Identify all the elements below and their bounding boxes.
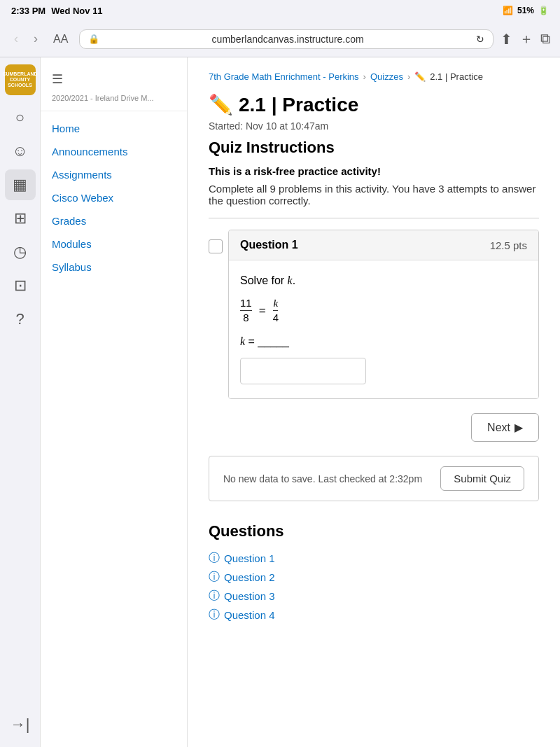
next-btn-row: Next ▶ [209,413,539,442]
battery-icon: 🔋 [538,6,549,15]
solve-text: Solve for k. [240,274,527,287]
url-bar[interactable]: 🔒 cumberlandcanvas.instructure.com ↻ [79,29,493,49]
nav-modules[interactable]: Modules [41,232,187,256]
url-text: cumberlandcanvas.instructure.com [104,34,472,45]
nav-cisco-webex[interactable]: Cisco Webex [41,186,187,209]
tabs-button[interactable]: ⧉ [540,31,550,47]
breadcrumb-course[interactable]: 7th Grade Math Enrichment - Perkins [209,71,359,82]
hamburger-icon[interactable]: ☰ [52,71,63,87]
question-list-label-1: Question 1 [224,552,275,564]
question-list-icon-2: ⓘ [209,570,220,585]
question-card-wrapper: Question 1 12.5 pts Solve for k. 11 8 = [209,230,539,399]
course-title: 2020/2021 - Ireland Drive M... [41,94,187,111]
quiz-bold-note: This is a risk-free practice activity! [209,165,539,177]
reader-label: AA [53,33,68,45]
submit-quiz-button[interactable]: Submit Quiz [440,466,524,491]
question-card: Question 1 12.5 pts Solve for k. 11 8 = [228,230,539,399]
question-header: Question 1 12.5 pts [229,230,538,260]
equals-sign: = [259,304,266,318]
question-list-item-3[interactable]: ⓘ Question 3 [209,587,539,606]
hamburger-row: ☰ [41,67,187,94]
solve-label: Solve for [240,274,284,286]
quiz-description: Complete all 9 problems in this activity… [209,183,539,207]
question-list-label-2: Question 2 [224,571,275,583]
nav-syllabus[interactable]: Syllabus [41,256,187,279]
status-time: 2:33 PM [11,6,46,16]
fraction-right: k 4 [273,297,279,324]
quiz-instructions-heading: Quiz Instructions [209,139,539,157]
nav-icon-calendar[interactable]: ▦ [5,169,36,200]
content-area: 7th Grade Math Enrichment - Perkins › Qu… [188,57,560,747]
fraction-left: 11 8 [240,297,252,324]
save-bar: No new data to save. Last checked at 2:3… [209,456,539,501]
quiz-started: Started: Nov 10 at 10:47am [209,120,539,132]
breadcrumb-section[interactable]: Quizzes [370,71,403,82]
browser-bar: ‹ › AA 🔒 cumberlandcanvas.instructure.co… [0,21,560,57]
nav-icon-help[interactable]: ? [5,304,36,335]
question-body: Solve for k. 11 8 = k 4 [229,260,538,398]
next-button[interactable]: Next ▶ [471,413,539,442]
next-arrow: ▶ [514,421,523,434]
quiz-emoji: ✏️ [209,93,233,116]
reader-button[interactable]: AA [49,32,72,47]
battery-level: 51% [517,6,534,15]
question-title: Question 1 [240,239,298,251]
nav-assignments[interactable]: Assignments [41,163,187,186]
divider [209,218,539,218]
nav-icon-profile[interactable]: ☺ [5,136,36,167]
breadcrumb-sep1: › [363,71,366,82]
new-tab-button[interactable]: ＋ [519,29,533,48]
question-list-icon-1: ⓘ [209,551,220,566]
questions-heading: Questions [209,522,539,540]
numerator-left: 11 [240,297,252,311]
refresh-icon[interactable]: ↻ [476,34,484,45]
denominator-left: 8 [243,311,248,324]
nav-announcements[interactable]: Announcements [41,140,187,163]
answer-input[interactable] [240,358,366,384]
quiz-title: ✏️ 2.1 | Practice [209,93,539,116]
breadcrumb: 7th Grade Math Enrichment - Perkins › Qu… [209,71,539,82]
status-day: Wed Nov 11 [51,6,102,16]
questions-section: Questions ⓘ Question 1 ⓘ Question 2 ⓘ Qu… [209,522,539,645]
nav-icon-clock[interactable]: ◷ [5,237,36,267]
question-pts: 12.5 pts [490,239,527,251]
breadcrumb-current: 2.1 | Practice [430,71,483,82]
question-list-label-4: Question 4 [224,609,275,621]
question-list-icon-3: ⓘ [209,589,220,603]
nav-sidebar: ☰ 2020/2021 - Ireland Drive M... Home An… [41,57,188,747]
status-bar: 2:33 PM Wed Nov 11 📶 51% 🔋 [0,0,560,21]
back-button[interactable]: ‹ [10,30,22,48]
nav-icon-grid[interactable]: ⊞ [5,203,36,234]
question-list-item-2[interactable]: ⓘ Question 2 [209,568,539,587]
fraction-equation: 11 8 = k 4 [240,297,527,324]
lock-icon: 🔒 [88,34,99,44]
question-list-item-1[interactable]: ⓘ Question 1 [209,549,539,568]
denominator-right: 4 [273,311,279,324]
breadcrumb-sep2: › [407,71,410,82]
question-list-item-4[interactable]: ⓘ Question 4 [209,606,539,624]
icon-sidebar: CUMBERLANDCOUNTYSCHOOLS ○ ☺ ▦ ⊞ ◷ ⊡ ? →| [0,57,41,747]
quiz-title-text: 2.1 | Practice [239,94,358,116]
k-blank: k = _____ [240,335,527,348]
nav-grades[interactable]: Grades [41,209,187,232]
forward-button[interactable]: › [29,30,42,48]
save-bar-message: No new data to save. Last checked at 2:3… [223,473,422,484]
question-checkbox[interactable] [209,239,223,253]
numerator-right: k [273,297,278,311]
solve-variable: k [288,274,293,286]
wifi-icon: 📶 [503,6,513,15]
question-list-icon-4: ⓘ [209,608,220,622]
share-button[interactable]: ⬆ [500,31,512,48]
school-logo: CUMBERLANDCOUNTYSCHOOLS [5,64,36,95]
nav-icon-monitor[interactable]: ⊡ [5,270,36,301]
question-list-label-3: Question 3 [224,590,275,602]
nav-icon-home[interactable]: ○ [5,102,36,133]
next-label: Next [487,421,510,434]
browser-actions: ⬆ ＋ ⧉ [500,29,550,48]
nav-icon-arrow[interactable]: →| [5,709,36,740]
breadcrumb-pencil: ✏️ [414,71,426,82]
nav-home[interactable]: Home [41,117,187,140]
main-layout: CUMBERLANDCOUNTYSCHOOLS ○ ☺ ▦ ⊞ ◷ ⊡ ? →|… [0,57,560,747]
